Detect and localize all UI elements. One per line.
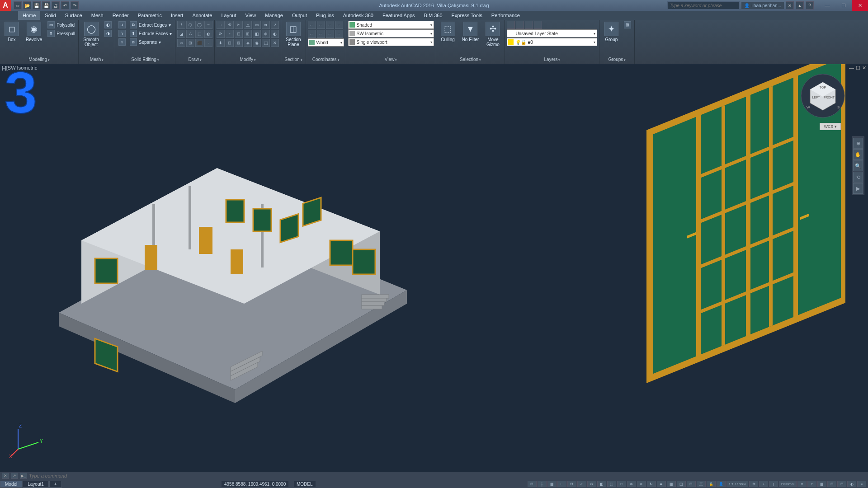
revolve-button[interactable]: ◉Revolve bbox=[23, 21, 45, 56]
panel-label-draw[interactable]: Draw bbox=[177, 56, 212, 63]
status-btn-23[interactable]: | bbox=[769, 481, 778, 487]
ucs-tool-2[interactable]: ⌐ bbox=[326, 21, 334, 29]
separate-button[interactable]: ⧈Separate ▾ bbox=[128, 38, 173, 46]
status-btn-25[interactable]: ▾ bbox=[797, 481, 807, 487]
panel-label-section[interactable]: Section bbox=[283, 56, 303, 63]
tab-performance[interactable]: Performance bbox=[487, 11, 524, 20]
ucs-tool-7[interactable]: ⌐ bbox=[335, 30, 343, 38]
draw-tool-11[interactable]: · bbox=[204, 39, 212, 47]
modify-tool-8[interactable]: ↕ bbox=[226, 30, 234, 38]
panel-label-groups[interactable]: Groups bbox=[601, 56, 632, 63]
modify-tool-19[interactable]: ⬚ bbox=[262, 39, 270, 47]
status-btn-26[interactable]: ⊙ bbox=[807, 481, 816, 487]
modify-tool-13[interactable]: ◐ bbox=[271, 30, 279, 38]
tab-plug-ins[interactable]: Plug-ins bbox=[311, 11, 339, 20]
presspull-button[interactable]: ⬍Presspull bbox=[46, 29, 76, 38]
tab-bim360[interactable]: BIM 360 bbox=[420, 11, 447, 20]
ucs-tool-6[interactable]: ⌐ bbox=[326, 30, 334, 38]
status-btn-9[interactable]: □ bbox=[617, 481, 626, 487]
tab-manage[interactable]: Manage bbox=[260, 11, 288, 20]
status-btn-31[interactable]: ≡ bbox=[857, 481, 866, 487]
status-btn-7[interactable]: ◧ bbox=[597, 481, 606, 487]
status-btn-17[interactable]: 三 bbox=[697, 481, 706, 487]
layer-dropdown[interactable]: 💡🔓 ■ 0 bbox=[507, 38, 597, 46]
modify-tool-18[interactable]: ◉ bbox=[253, 39, 261, 47]
vp-restore-icon[interactable]: ☐ bbox=[856, 65, 860, 71]
tab-featuredapps[interactable]: Featured Apps bbox=[378, 11, 420, 20]
status-btn-6[interactable]: ⊙ bbox=[587, 481, 596, 487]
draw-tool-6[interactable]: ⬚ bbox=[195, 30, 203, 38]
undo-icon[interactable]: ↶ bbox=[61, 1, 69, 9]
status-btn-16[interactable]: ⊞ bbox=[687, 481, 696, 487]
tab-parametric[interactable]: Parametric bbox=[133, 11, 166, 20]
help-icon[interactable]: ? bbox=[806, 1, 814, 9]
draw-tool-5[interactable]: A bbox=[186, 30, 194, 38]
status-btn-14[interactable]: ▦ bbox=[667, 481, 676, 487]
panel-label-modify[interactable]: Modify bbox=[217, 56, 279, 63]
close-button[interactable]: ✕ bbox=[852, 0, 868, 11]
fullnav-icon[interactable]: ⊕ bbox=[853, 138, 863, 149]
modify-tool-6[interactable]: ↗ bbox=[271, 21, 279, 29]
modify-tool-12[interactable]: ⊕ bbox=[262, 30, 270, 38]
status-btn-20[interactable]: 1:1 / 100% bbox=[726, 481, 748, 487]
tab-model[interactable]: Model bbox=[0, 481, 22, 488]
status-btn-10[interactable]: ⊕ bbox=[627, 481, 636, 487]
ucs-dropdown[interactable]: World bbox=[308, 38, 344, 47]
modify-tool-15[interactable]: ⊟ bbox=[226, 39, 234, 47]
vp-close-icon[interactable]: ✕ bbox=[862, 65, 866, 71]
zoom-icon[interactable]: 🔍 bbox=[853, 160, 863, 171]
tab-autodesk360[interactable]: Autodesk 360 bbox=[339, 11, 378, 20]
group-button[interactable]: ✦Group bbox=[601, 21, 621, 56]
modify-tool-11[interactable]: ◧ bbox=[253, 30, 261, 38]
box-button[interactable]: ◻Box bbox=[2, 21, 22, 56]
tab-annotate[interactable]: Annotate bbox=[188, 11, 217, 20]
modify-tool-2[interactable]: ✂ bbox=[235, 21, 243, 29]
layer-off-icon[interactable] bbox=[516, 21, 524, 29]
status-btn-19[interactable]: 👤 bbox=[717, 481, 726, 487]
new-icon[interactable]: ▱ bbox=[14, 1, 22, 9]
status-btn-18[interactable]: 🔒 bbox=[707, 481, 716, 487]
draw-tool-4[interactable]: ◢ bbox=[177, 30, 185, 38]
mesh-more-2[interactable]: ◑ bbox=[103, 29, 113, 38]
layer-props-icon[interactable] bbox=[507, 21, 515, 29]
showmotion-icon[interactable]: ▶ bbox=[853, 183, 863, 194]
tab-home[interactable]: Home bbox=[18, 11, 40, 20]
mode-label[interactable]: MODEL bbox=[294, 481, 316, 487]
status-btn-1[interactable]: ┼ bbox=[538, 481, 547, 487]
subtract-icon[interactable]: ∖ bbox=[117, 29, 127, 38]
status-btn-30[interactable]: ◐ bbox=[847, 481, 856, 487]
cmd-recent-icon[interactable]: ↗ bbox=[11, 473, 18, 479]
smooth-object-button[interactable]: ◯Smooth Object bbox=[80, 21, 101, 56]
layer-freeze-icon[interactable] bbox=[525, 21, 533, 29]
viewport-dropdown[interactable]: Single viewport bbox=[348, 38, 434, 46]
save-icon[interactable]: 💾 bbox=[33, 1, 41, 9]
tab-render[interactable]: Render bbox=[108, 11, 133, 20]
modify-tool-4[interactable]: ▭ bbox=[253, 21, 261, 29]
tab-view[interactable]: View bbox=[241, 11, 261, 20]
intersect-icon[interactable]: ∩ bbox=[117, 38, 127, 46]
modify-tool-9[interactable]: ⊡ bbox=[235, 30, 243, 38]
status-btn-0[interactable]: ⊞ bbox=[528, 481, 537, 487]
view-dropdown[interactable]: SW Isometric bbox=[348, 29, 434, 38]
maximize-button[interactable]: ☐ bbox=[835, 0, 852, 11]
tab-output[interactable]: Output bbox=[288, 11, 311, 20]
status-btn-24[interactable]: Decimal bbox=[779, 481, 797, 487]
modify-tool-16[interactable]: ⊠ bbox=[235, 39, 243, 47]
modify-tool-17[interactable]: ◈ bbox=[244, 39, 252, 47]
command-input[interactable] bbox=[29, 473, 210, 479]
group-more[interactable]: ⊞ bbox=[623, 21, 632, 29]
status-btn-15[interactable]: ◫ bbox=[677, 481, 686, 487]
tab-expresstools[interactable]: Express Tools bbox=[447, 11, 487, 20]
tab-solid[interactable]: Solid bbox=[40, 11, 60, 20]
tab-insert[interactable]: Insert bbox=[166, 11, 188, 20]
move-gizmo-button[interactable]: ✣Move Gizmo bbox=[483, 21, 503, 56]
status-btn-3[interactable]: ∟ bbox=[557, 481, 566, 487]
tab-mesh[interactable]: Mesh bbox=[87, 11, 108, 20]
status-btn-28[interactable]: ⊞ bbox=[827, 481, 836, 487]
polysolid-button[interactable]: ▭Polysolid bbox=[46, 21, 76, 29]
open-icon[interactable]: 📂 bbox=[23, 1, 31, 9]
orbit-icon[interactable]: ⟲ bbox=[853, 172, 863, 183]
panel-label-mesh[interactable]: Mesh bbox=[80, 56, 113, 63]
panel-label-selection[interactable]: Selection bbox=[438, 56, 503, 63]
status-btn-8[interactable]: ⬚ bbox=[607, 481, 616, 487]
